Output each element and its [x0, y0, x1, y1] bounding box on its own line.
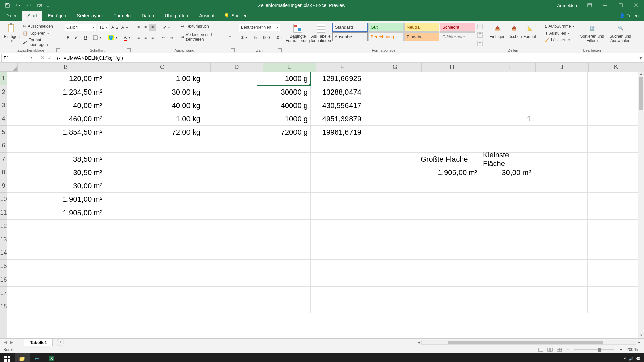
scroll-down-arrow[interactable]: ▼ [638, 334, 644, 338]
cell-I18[interactable] [480, 300, 534, 313]
cell-H13[interactable] [418, 233, 480, 246]
cell-G4[interactable] [364, 112, 418, 126]
cell-G6[interactable] [364, 139, 418, 153]
cell-H17[interactable] [418, 287, 480, 300]
column-header-E[interactable]: E [263, 63, 316, 72]
cell-G14[interactable] [364, 246, 418, 260]
cell-H14[interactable] [418, 246, 480, 260]
cell-D7[interactable] [203, 153, 257, 166]
cell-J2[interactable] [534, 85, 588, 99]
cell-G2[interactable] [364, 85, 418, 99]
cell-J7[interactable] [534, 153, 588, 166]
style-gut[interactable]: Gut [368, 23, 404, 32]
cell-F9[interactable] [311, 179, 364, 193]
orientation-button[interactable]: ⤢▼ [161, 24, 172, 31]
styles-scroll-up[interactable]: ▲ [477, 24, 483, 29]
cell-K5[interactable] [588, 126, 644, 139]
cell-I13[interactable] [480, 233, 534, 246]
row-header-13[interactable]: 13 [0, 233, 7, 246]
cell-D14[interactable] [203, 246, 257, 260]
cell-D3[interactable] [203, 99, 257, 112]
fill-button[interactable]: ⬇Ausfüllen▼ [543, 30, 577, 36]
cell-K15[interactable] [588, 260, 644, 273]
vertical-scrollbar[interactable]: ▲ ▼ [638, 72, 644, 338]
row-header-14[interactable]: 14 [0, 246, 7, 260]
cell-F15[interactable] [311, 260, 364, 273]
volume-icon[interactable]: 🔊 [629, 357, 633, 361]
currency-button[interactable]: $▼ [239, 35, 250, 41]
cell-K12[interactable] [588, 220, 644, 233]
cell-C3[interactable]: 40,00 kg [105, 99, 203, 112]
cell-C15[interactable] [105, 260, 203, 273]
cell-K3[interactable] [588, 99, 644, 112]
column-header-G[interactable]: G [369, 63, 422, 72]
column-header-C[interactable]: C [114, 63, 210, 72]
cell-C17[interactable] [105, 287, 203, 300]
zoom-thumb[interactable] [598, 348, 601, 352]
row-header-4[interactable]: 4 [0, 112, 7, 126]
close-button[interactable] [629, 0, 643, 11]
cell-H18[interactable] [418, 300, 480, 313]
cell-G7[interactable] [364, 153, 418, 166]
row-header-18[interactable]: 18 [0, 300, 7, 313]
cell-C4[interactable]: 1,00 kg [105, 112, 203, 126]
align-center-button[interactable]: ≡ [142, 35, 149, 41]
cell-C2[interactable]: 30,00 kg [105, 85, 203, 99]
cell-K13[interactable] [588, 233, 644, 246]
qat-customize-button[interactable] [46, 1, 50, 10]
normal-view-button[interactable] [536, 347, 545, 353]
cell-F13[interactable] [311, 233, 364, 246]
page-break-view-button[interactable] [555, 347, 564, 353]
cell-J8[interactable] [534, 166, 588, 179]
cell-J1[interactable] [534, 72, 588, 85]
cell-E16[interactable] [257, 273, 311, 287]
cell-B17[interactable] [7, 287, 105, 300]
start-button[interactable] [0, 353, 15, 362]
cell-E9[interactable] [257, 179, 311, 193]
hscroll-right-arrow[interactable]: ▶ [636, 341, 641, 344]
cell-J3[interactable] [534, 99, 588, 112]
cell-C11[interactable] [105, 206, 203, 220]
zoom-in-button[interactable]: + [618, 347, 624, 352]
styles-expand[interactable]: ≡ [477, 41, 483, 46]
number-dialog-launcher[interactable] [278, 48, 282, 52]
tab-ansicht[interactable]: Ansicht [194, 11, 220, 21]
cell-J13[interactable] [534, 233, 588, 246]
cell-J16[interactable] [534, 273, 588, 287]
column-header-D[interactable]: D [211, 63, 263, 72]
row-header-17[interactable]: 17 [0, 287, 7, 300]
tab-seitenlayout[interactable]: Seitenlayout [72, 11, 108, 21]
font-color-button[interactable]: A▼ [122, 34, 133, 41]
hscroll-track[interactable] [421, 340, 636, 345]
cell-E7[interactable] [257, 153, 311, 166]
format-painter-button[interactable]: 🖌Format übertragen [21, 37, 59, 48]
underline-button[interactable]: U [82, 35, 89, 41]
formula-input[interactable] [62, 54, 637, 62]
cell-D1[interactable] [203, 72, 257, 85]
cell-F16[interactable] [311, 273, 364, 287]
cell-H11[interactable] [418, 206, 480, 220]
cell-G5[interactable] [364, 126, 418, 139]
cell-F17[interactable] [311, 287, 364, 300]
tray-expand-icon[interactable]: ^ [624, 357, 626, 361]
cell-C8[interactable] [105, 166, 203, 179]
cell-D4[interactable] [203, 112, 257, 126]
align-top-button[interactable]: ≡ [135, 24, 142, 31]
cell-I17[interactable] [480, 287, 534, 300]
increase-indent-button[interactable]: ⇥ [168, 35, 175, 41]
cell-J14[interactable] [534, 246, 588, 260]
cell-C12[interactable] [105, 220, 203, 233]
row-header-12[interactable]: 12 [0, 220, 7, 233]
autosum-button[interactable]: ΣAutoSumme▼ [543, 23, 577, 29]
fx-icon[interactable]: fx [56, 55, 62, 61]
cell-C13[interactable] [105, 233, 203, 246]
cell-B8[interactable]: 30,50 m² [7, 166, 105, 179]
cell-G3[interactable] [364, 99, 418, 112]
cell-H3[interactable] [418, 99, 480, 112]
row-header-6[interactable]: 6 [0, 139, 7, 153]
cell-B16[interactable] [7, 273, 105, 287]
number-format-combo[interactable]: Benutzerdefiniert▼ [239, 24, 280, 31]
cell-C14[interactable] [105, 246, 203, 260]
cell-E11[interactable] [257, 206, 311, 220]
cell-E12[interactable] [257, 220, 311, 233]
